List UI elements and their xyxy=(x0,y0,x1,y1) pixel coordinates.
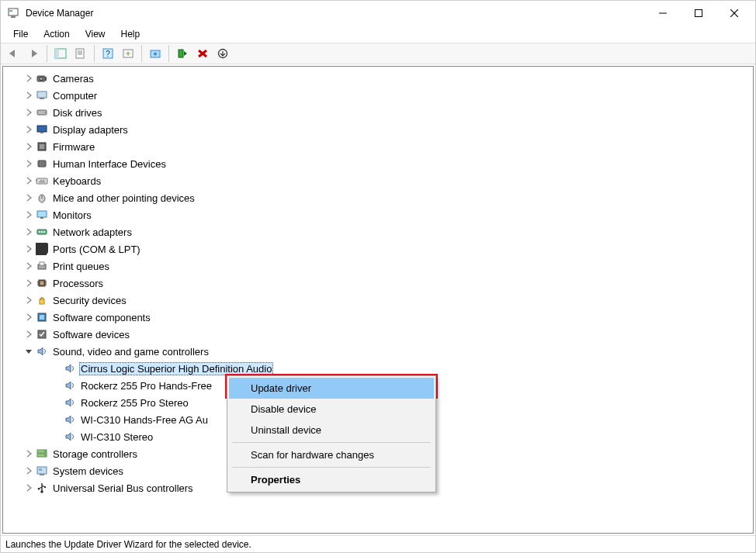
tree-row[interactable]: Disk drives xyxy=(9,104,753,121)
tree-row[interactable]: Keyboards xyxy=(9,172,753,189)
tree-node-label: Rockerz 255 Pro Hands-Free xyxy=(79,379,213,392)
tree-node-label: Ports (COM & LPT) xyxy=(51,243,142,256)
enable-device-button[interactable] xyxy=(173,45,192,62)
svg-point-28 xyxy=(44,112,46,113)
svg-rect-58 xyxy=(40,282,43,285)
svg-point-47 xyxy=(39,231,40,233)
context-menu: Update driver Disable device Uninstall d… xyxy=(227,375,436,493)
tree-node-label: Keyboards xyxy=(51,175,102,188)
expander-closed[interactable] xyxy=(23,141,34,152)
tree-row[interactable]: Mice and other pointing devices xyxy=(9,189,753,206)
uninstall-device-button[interactable] xyxy=(193,45,212,62)
tree-row[interactable]: Sound, video and game controllers xyxy=(9,343,753,360)
ctx-scan-hardware[interactable]: Scan for hardware changes xyxy=(229,444,434,465)
expander-closed[interactable] xyxy=(23,482,34,493)
tree-node-label: Cirrus Logic Superior High Definition Au… xyxy=(79,362,273,375)
maximize-button[interactable] xyxy=(681,1,716,26)
tree-node-label: Network adapters xyxy=(51,226,134,239)
svg-rect-75 xyxy=(39,468,42,471)
tree-row[interactable]: Processors xyxy=(9,275,753,292)
svg-rect-45 xyxy=(40,217,43,219)
help-button[interactable]: ? xyxy=(99,45,117,62)
minimize-button[interactable] xyxy=(645,1,681,26)
expander-none xyxy=(51,380,62,391)
sound-icon xyxy=(64,396,76,409)
expander-closed[interactable] xyxy=(23,312,34,323)
menu-view[interactable]: View xyxy=(78,27,113,41)
tree-node-label: Mice and other pointing devices xyxy=(51,192,196,205)
sound-icon xyxy=(64,362,76,375)
tree-node-label: Monitors xyxy=(51,209,93,222)
scan-hardware-button[interactable] xyxy=(119,45,137,62)
ctx-uninstall-device[interactable]: Uninstall device xyxy=(229,420,434,441)
expander-closed[interactable] xyxy=(23,124,34,135)
expander-open[interactable] xyxy=(23,346,34,357)
svg-point-77 xyxy=(44,486,46,488)
statusbar: Launches the Update Driver Wizard for th… xyxy=(1,535,755,552)
svg-point-23 xyxy=(40,77,43,80)
ctx-update-driver[interactable]: Update driver xyxy=(229,378,434,399)
tree-row[interactable]: Ports (COM & LPT) xyxy=(9,240,753,257)
expander-closed[interactable] xyxy=(23,295,34,306)
tree-row[interactable]: Firmware xyxy=(9,138,753,155)
expander-closed[interactable] xyxy=(23,107,34,118)
tree-row[interactable]: Human Interface Devices xyxy=(9,155,753,172)
show-hide-tree-button[interactable] xyxy=(51,45,70,62)
expander-none xyxy=(51,414,62,425)
menu-action[interactable]: Action xyxy=(36,27,77,41)
tree-row[interactable]: Monitors xyxy=(9,206,753,223)
properties-button[interactable] xyxy=(71,45,90,62)
ctx-disable-device[interactable]: Disable device xyxy=(229,399,434,420)
expander-none xyxy=(51,397,62,408)
printqueue-icon xyxy=(36,260,48,272)
tree-row[interactable]: Network adapters xyxy=(9,223,753,240)
toolbar: ? xyxy=(1,43,755,64)
tree-node-label: Processors xyxy=(51,277,105,290)
tree-row[interactable]: Security devices xyxy=(9,292,753,309)
close-button[interactable] xyxy=(716,1,752,26)
back-button[interactable] xyxy=(4,45,23,62)
toolbar-separator xyxy=(94,45,95,62)
system-icon xyxy=(36,465,48,477)
tree-row[interactable]: Software devices xyxy=(9,326,753,343)
expander-closed[interactable] xyxy=(23,261,34,271)
tree-row[interactable]: Computer xyxy=(9,87,753,104)
svg-point-54 xyxy=(40,249,40,250)
svg-rect-38 xyxy=(36,180,37,181)
expander-closed[interactable] xyxy=(23,329,34,340)
expander-closed[interactable] xyxy=(23,278,34,289)
svg-point-76 xyxy=(40,490,43,493)
svg-rect-39 xyxy=(40,180,42,181)
tree-row[interactable]: Print queues xyxy=(9,257,753,275)
firmware-icon xyxy=(36,140,48,153)
expander-closed[interactable] xyxy=(23,73,34,84)
menu-file[interactable]: File xyxy=(5,27,36,41)
disable-device-button[interactable] xyxy=(213,45,232,62)
tree-node-label: Software devices xyxy=(51,328,131,341)
expander-closed[interactable] xyxy=(23,244,34,254)
network-icon xyxy=(36,226,48,238)
svg-rect-65 xyxy=(40,299,44,304)
tree-row[interactable]: Software components xyxy=(9,309,753,326)
tree-node-label: Software components xyxy=(51,311,152,324)
monitor-icon xyxy=(36,209,48,221)
sound-icon xyxy=(64,430,76,443)
expander-closed[interactable] xyxy=(23,226,34,237)
ctx-properties[interactable]: Properties xyxy=(229,469,434,490)
expander-closed[interactable] xyxy=(23,465,34,476)
expander-closed[interactable] xyxy=(23,448,34,459)
tree-row[interactable]: Cameras xyxy=(9,70,753,87)
update-driver-button[interactable] xyxy=(146,45,165,62)
tree-row[interactable]: Cirrus Logic Superior High Definition Au… xyxy=(9,360,753,377)
svg-rect-37 xyxy=(36,178,47,184)
tree-row[interactable]: Display adapters xyxy=(9,121,753,138)
menu-help[interactable]: Help xyxy=(113,27,148,41)
expander-closed[interactable] xyxy=(23,175,34,186)
expander-closed[interactable] xyxy=(23,192,34,203)
expander-closed[interactable] xyxy=(23,90,34,101)
svg-rect-32 xyxy=(40,144,44,149)
svg-rect-67 xyxy=(40,315,44,320)
expander-closed[interactable] xyxy=(23,158,34,169)
forward-button[interactable] xyxy=(24,45,43,62)
expander-closed[interactable] xyxy=(23,209,34,220)
